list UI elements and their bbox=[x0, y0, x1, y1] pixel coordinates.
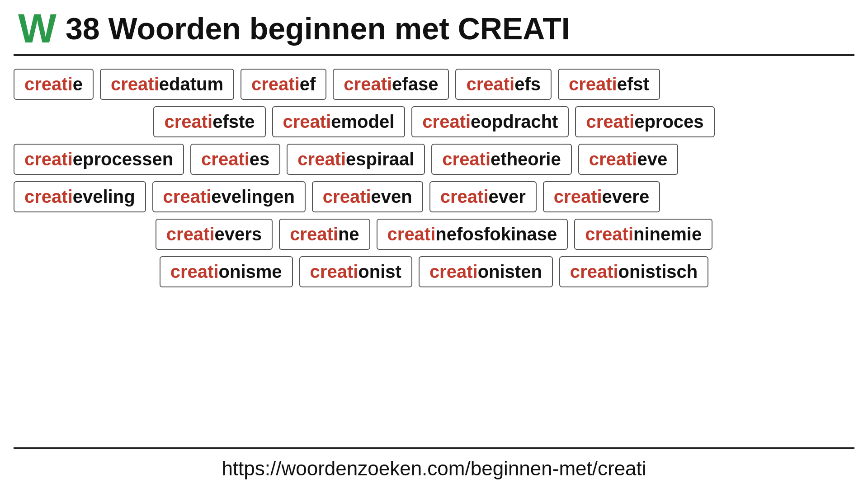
word-prefix: creati bbox=[283, 112, 331, 132]
word-suffix: ninemie bbox=[633, 224, 702, 244]
word-suffix: edatum bbox=[159, 74, 223, 94]
word-prefix: creati bbox=[466, 74, 514, 94]
word-box: creatine bbox=[279, 219, 370, 250]
header: W 38 Woorden beginnen met CREATI bbox=[0, 0, 868, 54]
word-box: creatiespiraal bbox=[287, 144, 425, 175]
word-box: creationisten bbox=[419, 256, 553, 287]
word-row-4: creatieverscreatinecreatinefosfokinasecr… bbox=[14, 219, 854, 250]
word-suffix: efase bbox=[392, 74, 438, 94]
word-suffix: onistisch bbox=[618, 262, 698, 282]
word-box: creatie bbox=[14, 69, 94, 100]
word-box: creationisme bbox=[160, 256, 293, 287]
word-prefix: creati bbox=[323, 187, 371, 207]
word-suffix: espiraal bbox=[346, 149, 414, 169]
word-suffix: ever bbox=[489, 187, 526, 207]
footer-url: https://woordenzoeken.com/beginnen-met/c… bbox=[0, 449, 868, 488]
word-row-0: creatiecreatiedatumcreatiefcreatiefasecr… bbox=[14, 69, 854, 100]
word-suffix: ne bbox=[338, 224, 359, 244]
word-box: creationistisch bbox=[559, 256, 708, 287]
word-suffix: eproces bbox=[634, 112, 703, 132]
word-box: creationist bbox=[299, 256, 412, 287]
word-row-1: creatiefstecreatiemodelcreatieopdrachtcr… bbox=[14, 106, 854, 137]
word-suffix: eopdracht bbox=[471, 112, 558, 132]
word-suffix: eve bbox=[637, 149, 667, 169]
word-suffix: evere bbox=[602, 187, 650, 207]
word-prefix: creati bbox=[310, 262, 359, 282]
word-prefix: creati bbox=[570, 262, 618, 282]
word-prefix: creati bbox=[290, 224, 338, 244]
word-suffix: es bbox=[250, 149, 270, 169]
word-suffix: nefosfokinase bbox=[435, 224, 557, 244]
word-prefix: creati bbox=[297, 149, 346, 169]
word-suffix: efst bbox=[617, 74, 649, 94]
word-box: creatiefste bbox=[153, 106, 265, 137]
word-box: creatieprocessen bbox=[14, 144, 184, 175]
word-box: creaties bbox=[190, 144, 280, 175]
word-prefix: creati bbox=[24, 74, 73, 94]
word-prefix: creati bbox=[170, 262, 219, 282]
word-box: creatinefosfokinase bbox=[377, 219, 568, 250]
word-box: creatieproces bbox=[575, 106, 714, 137]
word-prefix: creati bbox=[163, 187, 212, 207]
word-box: creatieveling bbox=[14, 181, 146, 212]
word-prefix: creati bbox=[111, 74, 159, 94]
word-prefix: creati bbox=[422, 112, 471, 132]
word-prefix: creati bbox=[554, 187, 602, 207]
word-suffix: efs bbox=[514, 74, 541, 94]
word-suffix: evelingen bbox=[211, 187, 295, 207]
word-row-5: creationismecreationistcreationistencrea… bbox=[14, 256, 854, 287]
word-prefix: creati bbox=[589, 149, 637, 169]
word-box: creatieve bbox=[578, 144, 679, 175]
page-title: 38 Woorden beginnen met CREATI bbox=[66, 11, 570, 46]
word-prefix: creati bbox=[429, 262, 478, 282]
word-row-2: creatieprocessencreatiescreatiespiraalcr… bbox=[14, 144, 854, 175]
word-suffix: even bbox=[371, 187, 412, 207]
word-area: creatiecreatiedatumcreatiefcreatiefasecr… bbox=[0, 56, 868, 447]
word-prefix: creati bbox=[166, 224, 215, 244]
word-suffix: e bbox=[73, 74, 83, 94]
word-prefix: creati bbox=[585, 224, 633, 244]
word-box: creatiemodel bbox=[272, 106, 406, 137]
word-suffix: ef bbox=[300, 74, 316, 94]
word-box: creatietheorie bbox=[431, 144, 571, 175]
word-prefix: creati bbox=[442, 149, 491, 169]
word-row-3: creatievelingcreatievelingencreatievencr… bbox=[14, 181, 854, 212]
word-prefix: creati bbox=[164, 112, 212, 132]
word-box: creatievers bbox=[156, 219, 273, 250]
word-suffix: etheorie bbox=[491, 149, 561, 169]
word-box: creatieven bbox=[312, 181, 423, 212]
word-prefix: creati bbox=[344, 74, 392, 94]
word-prefix: creati bbox=[24, 149, 73, 169]
word-box: creatiedatum bbox=[100, 69, 234, 100]
word-prefix: creati bbox=[201, 149, 250, 169]
word-suffix: evers bbox=[215, 224, 262, 244]
word-box: creatiefst bbox=[558, 69, 660, 100]
word-suffix: onist bbox=[358, 262, 401, 282]
word-box: creatininemie bbox=[574, 219, 712, 250]
word-prefix: creati bbox=[387, 224, 436, 244]
word-prefix: creati bbox=[440, 187, 489, 207]
word-suffix: eveling bbox=[73, 187, 135, 207]
word-prefix: creati bbox=[251, 74, 300, 94]
word-suffix: emodel bbox=[331, 112, 394, 132]
word-suffix: eprocessen bbox=[73, 149, 173, 169]
word-box: creatiever bbox=[429, 181, 537, 212]
word-suffix: onisme bbox=[219, 262, 282, 282]
word-prefix: creati bbox=[24, 187, 73, 207]
word-box: creatiefase bbox=[333, 69, 449, 100]
word-box: creatief bbox=[241, 69, 326, 100]
word-box: creatiefs bbox=[455, 69, 552, 100]
word-box: creatievelingen bbox=[152, 181, 306, 212]
word-suffix: efste bbox=[212, 112, 255, 132]
logo: W bbox=[18, 8, 57, 49]
word-suffix: onisten bbox=[478, 262, 542, 282]
word-prefix: creati bbox=[586, 112, 634, 132]
word-box: creatievere bbox=[543, 181, 660, 212]
word-prefix: creati bbox=[569, 74, 617, 94]
word-box: creatieopdracht bbox=[411, 106, 569, 137]
